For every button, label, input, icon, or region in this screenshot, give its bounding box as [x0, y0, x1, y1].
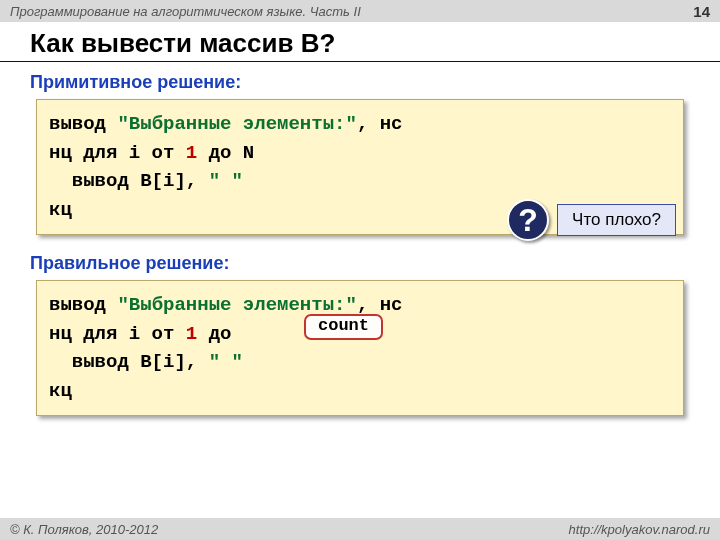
- section1-label: Примитивное решение:: [0, 68, 720, 99]
- footer-bar: © К. Поляков, 2010-2012 http://kpolyakov…: [0, 518, 720, 540]
- course-name: Программирование на алгоритмическом язык…: [10, 4, 361, 19]
- code-block-2: вывод "Выбранные элементы:", нс нц для i…: [36, 280, 684, 416]
- page-title: Как вывести массив B?: [0, 22, 720, 62]
- code-line: нц для i от 1 до N: [49, 139, 671, 168]
- section2-label: Правильное решение:: [0, 249, 720, 280]
- copyright: © К. Поляков, 2010-2012: [10, 522, 158, 537]
- callout-text: Что плохо?: [557, 204, 676, 236]
- count-annotation: count: [304, 314, 383, 340]
- callout: ? Что плохо?: [507, 199, 676, 241]
- code-line: кц: [49, 377, 671, 406]
- header-bar: Программирование на алгоритмическом язык…: [0, 0, 720, 22]
- code-line: вывод B[i], " ": [49, 167, 671, 196]
- footer-url: http://kpolyakov.narod.ru: [569, 522, 710, 537]
- slide-number: 14: [693, 3, 710, 20]
- question-mark-icon: ?: [507, 199, 549, 241]
- code-line: вывод "Выбранные элементы:", нс: [49, 110, 671, 139]
- code-line: вывод B[i], " ": [49, 348, 671, 377]
